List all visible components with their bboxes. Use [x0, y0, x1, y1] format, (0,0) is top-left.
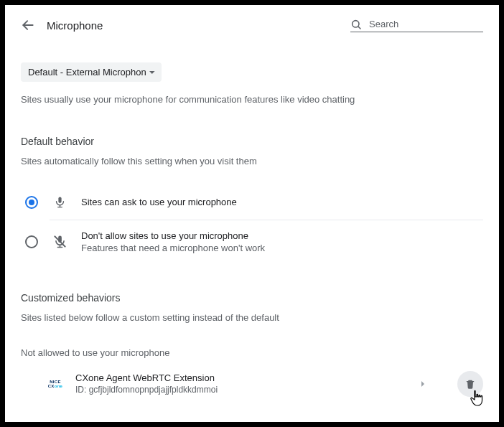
microphone-icon — [52, 195, 67, 210]
page-title: Microphone — [47, 19, 339, 32]
extension-icon: NICE CXone — [47, 375, 64, 393]
svg-line-2 — [358, 27, 360, 29]
default-behavior-heading: Default behavior — [21, 136, 483, 147]
microphone-device-select[interactable]: Default - External Microphone — [21, 62, 162, 82]
extension-id: ID: gcfjbjldfomnopnpdjajjfpldkkdmmoi — [75, 385, 406, 395]
customized-heading: Customized behaviors — [21, 292, 483, 304]
radio-unselected[interactable] — [25, 235, 38, 248]
expand-button[interactable] — [417, 378, 429, 390]
radio-dot — [29, 200, 34, 205]
extension-text: CXone Agent WebRTC Extension ID: gcfjbjl… — [75, 372, 406, 395]
default-behavior-sub: Sites automatically follow this setting … — [21, 156, 483, 166]
pointer-cursor-icon — [469, 390, 485, 407]
default-behavior-options: Sites can ask to use your microphone Don… — [21, 185, 483, 263]
back-button[interactable] — [21, 18, 35, 32]
svg-rect-8 — [467, 381, 475, 382]
blocked-extension-row[interactable]: NICE CXone CXone Agent WebRTC Extension … — [21, 371, 483, 397]
search-input[interactable] — [368, 18, 483, 30]
extension-name: CXone Agent WebRTC Extension — [75, 372, 406, 383]
option-block-sublabel: Features that need a microphone won't wo… — [81, 243, 265, 253]
customized-sub: Sites listed below follow a custom setti… — [21, 312, 483, 323]
intro-text: Sites usually use your microphone for co… — [21, 93, 483, 107]
not-allowed-heading: Not allowed to use your microphone — [21, 347, 483, 358]
delete-button[interactable] — [457, 371, 483, 397]
trash-icon — [465, 378, 476, 390]
search-field[interactable] — [350, 18, 483, 32]
chevron-right-icon — [419, 380, 426, 388]
page-header: Microphone — [21, 18, 483, 32]
device-selected-label: Default - External Microphone — [28, 67, 146, 78]
caret-down-icon — [149, 69, 156, 76]
arrow-left-icon — [21, 18, 35, 32]
microphone-off-icon — [52, 235, 67, 249]
option-block-text: Don't allow sites to use your microphone… — [81, 230, 265, 253]
option-block[interactable]: Don't allow sites to use your microphone… — [50, 220, 483, 263]
settings-page: Microphone Default - External Microphone… — [5, 5, 499, 422]
option-ask-text: Sites can ask to use your microphone — [81, 197, 237, 207]
search-icon — [350, 19, 362, 30]
option-ask[interactable]: Sites can ask to use your microphone — [21, 185, 483, 220]
radio-selected[interactable] — [25, 196, 38, 209]
option-block-label: Don't allow sites to use your microphone — [81, 230, 265, 241]
option-ask-label: Sites can ask to use your microphone — [81, 197, 237, 207]
